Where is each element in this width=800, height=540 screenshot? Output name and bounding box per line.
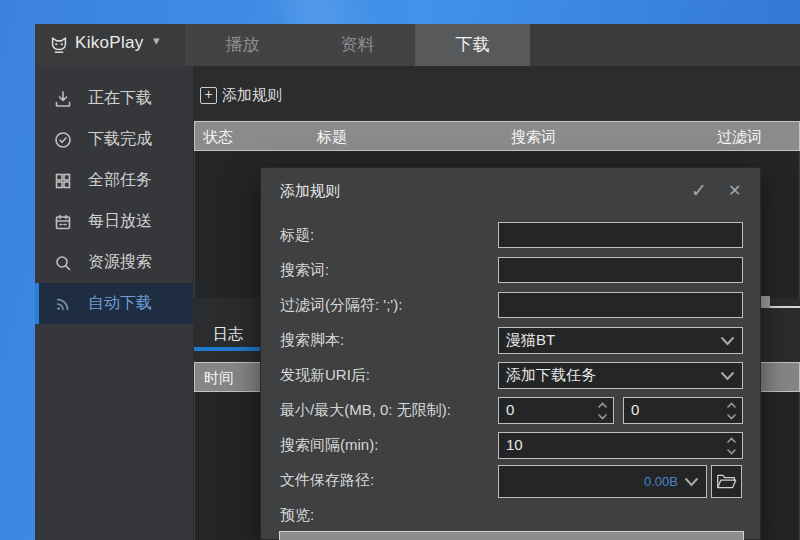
sidebar-item-label: 下载完成 — [88, 129, 152, 150]
max-size-spinner[interactable]: 0 — [623, 397, 743, 424]
sidebar-item-completed[interactable]: 下载完成 — [35, 119, 193, 160]
preview-table-header — [279, 531, 744, 540]
add-rule-label: 添加规则 — [222, 86, 282, 105]
add-rule-button[interactable]: + 添加规则 — [200, 84, 282, 106]
rss-icon — [53, 294, 73, 314]
preview-label: 预览: — [280, 506, 314, 525]
grid-icon — [53, 171, 73, 191]
new-uri-select[interactable]: 添加下载任务 — [498, 362, 743, 389]
title-label: 标题: — [280, 226, 314, 245]
sidebar-item-label: 正在下载 — [88, 88, 152, 109]
tab-log-indicator — [194, 347, 262, 351]
spinner-arrows-icon — [726, 401, 737, 421]
save-path-label: 文件保存路径: — [280, 471, 374, 490]
spinner-arrows-icon — [726, 436, 737, 456]
min-size-spinner[interactable]: 0 — [498, 397, 614, 424]
check-circle-icon — [53, 130, 73, 150]
chevron-down-icon — [720, 336, 735, 346]
sidebar-item-label: 每日放送 — [88, 211, 152, 232]
browse-folder-button[interactable] — [711, 465, 742, 498]
tab-download[interactable]: 下载 — [415, 24, 530, 66]
app-window: KikoPlay ▾ 播放 资料 下载 正在下载 — [35, 24, 800, 540]
column-search[interactable]: 搜索词 — [511, 122, 556, 152]
sidebar-item-all-tasks[interactable]: 全部任务 — [35, 160, 193, 201]
column-status[interactable]: 状态 — [203, 122, 233, 152]
chevron-down-icon[interactable]: ▾ — [153, 33, 160, 48]
search-script-label: 搜索脚本: — [280, 331, 344, 350]
interval-label: 搜索间隔(min): — [280, 436, 378, 455]
new-uri-label: 发现新URI后: — [280, 366, 370, 385]
dialog-title: 添加规则 — [280, 182, 340, 201]
sidebar-item-label: 资源搜索 — [88, 252, 152, 273]
search-script-select[interactable]: 漫猫BT — [498, 327, 743, 354]
free-space-text: 0.00B — [644, 466, 678, 497]
splitter-line — [770, 306, 800, 308]
tab-play[interactable]: 播放 — [185, 24, 300, 66]
confirm-icon[interactable]: ✓ — [691, 179, 707, 202]
folder-icon — [716, 471, 737, 492]
chevron-down-icon — [720, 371, 735, 381]
min-max-label: 最小/最大(MB, 0: 无限制): — [280, 401, 451, 420]
max-size-value: 0 — [631, 401, 639, 418]
kikoplay-logo-icon — [48, 34, 70, 56]
new-uri-value: 添加下载任务 — [506, 366, 596, 383]
interval-spinner[interactable]: 10 — [498, 432, 743, 459]
calendar-icon — [53, 212, 73, 232]
desktop: KikoPlay ▾ 播放 资料 下载 正在下载 — [0, 0, 800, 540]
interval-value: 10 — [506, 436, 523, 453]
tab-log[interactable]: 日志 — [194, 321, 262, 347]
sidebar-item-label: 自动下载 — [88, 293, 152, 314]
search-word-input[interactable] — [498, 257, 743, 283]
save-path-select[interactable]: 0.00B — [498, 465, 707, 498]
tab-library[interactable]: 资料 — [300, 24, 415, 66]
search-icon — [53, 253, 73, 273]
sidebar-item-downloading[interactable]: 正在下载 — [35, 78, 193, 119]
sidebar-item-auto-download[interactable]: 自动下载 — [35, 283, 193, 324]
min-size-value: 0 — [506, 401, 514, 418]
title-input[interactable] — [498, 222, 743, 248]
column-time[interactable]: 时间 — [204, 363, 234, 393]
column-title[interactable]: 标题 — [317, 122, 347, 152]
sidebar-item-search[interactable]: 资源搜索 — [35, 242, 193, 283]
close-icon[interactable]: ✕ — [728, 181, 741, 200]
add-rule-dialog: 添加规则 ✓ ✕ 标题: 搜索词: 过滤词(分隔符: ';'): 搜索脚本: 漫… — [260, 167, 761, 540]
sidebar-item-daily[interactable]: 每日放送 — [35, 201, 193, 242]
chevron-down-icon — [684, 477, 699, 487]
column-filter[interactable]: 过滤词 — [717, 122, 762, 152]
plus-icon: + — [200, 87, 217, 104]
app-title[interactable]: KikoPlay — [75, 33, 144, 53]
rules-table-header[interactable]: 状态 标题 搜索词 过滤词 — [194, 121, 800, 151]
search-word-label: 搜索词: — [280, 261, 329, 280]
main-tab-bar: 播放 资料 下载 — [185, 24, 530, 66]
download-icon — [53, 89, 73, 109]
filter-word-input[interactable] — [498, 292, 743, 318]
spinner-arrows-icon — [597, 401, 608, 421]
titlebar[interactable]: KikoPlay ▾ 播放 资料 下载 — [35, 24, 800, 66]
sidebar-item-label: 全部任务 — [88, 170, 152, 191]
search-script-value: 漫猫BT — [506, 331, 555, 348]
filter-word-label: 过滤词(分隔符: ';'): — [280, 296, 402, 315]
sidebar: 正在下载 下载完成 全部任务 — [35, 66, 193, 540]
